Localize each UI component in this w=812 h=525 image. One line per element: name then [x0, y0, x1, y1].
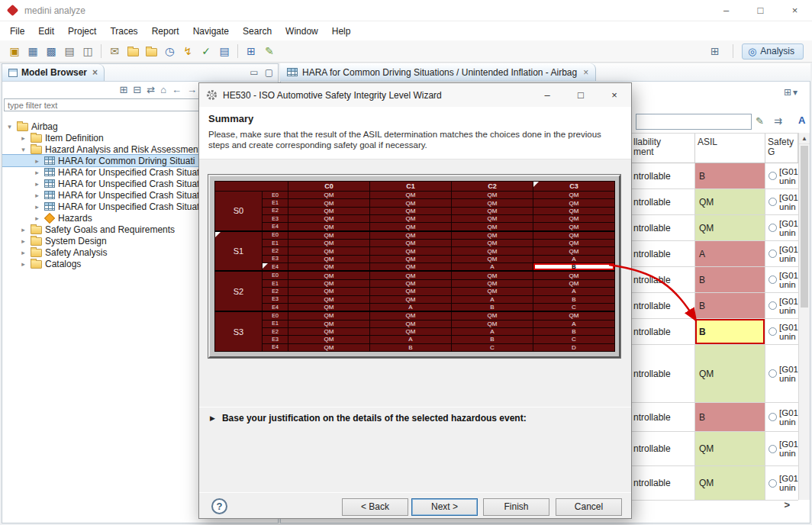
asil-matrix-cell[interactable]: A: [370, 336, 452, 343]
asil-matrix-cell[interactable]: B: [533, 263, 615, 272]
matrix-severity-s0[interactable]: S0: [215, 192, 263, 231]
safety-goal-cell[interactable]: [G01unin: [765, 163, 798, 188]
column-header-controllability[interactable]: llability ment: [631, 134, 695, 163]
matrix-col-header-c0[interactable]: C0: [288, 182, 370, 192]
chevron-collapsed-icon[interactable]: ▸: [19, 237, 27, 245]
matrix-col-header-c3[interactable]: C3: [533, 182, 615, 192]
table-row[interactable]: ntrollableB[G01unin: [631, 293, 798, 319]
safety-goal-cell[interactable]: [G01unin: [765, 215, 798, 240]
safety-goal-cell[interactable]: [G01unin: [765, 345, 798, 402]
asil-matrix-cell[interactable]: QM: [370, 271, 452, 279]
asil-matrix-cell[interactable]: QM: [288, 240, 370, 247]
asil-matrix-cell[interactable]: QM: [288, 279, 370, 287]
chevron-collapsed-icon[interactable]: ▸: [33, 169, 41, 176]
menu-item-help[interactable]: Help: [325, 24, 358, 39]
asil-matrix-cell[interactable]: B: [370, 343, 452, 351]
asil-matrix-cell[interactable]: QM: [452, 255, 533, 262]
tab-hara-editor[interactable]: HARA for Common Driving Situations / Uni…: [280, 63, 596, 81]
matrix-exposure-e3[interactable]: E3: [263, 295, 288, 303]
asil-matrix-cell[interactable]: QM: [370, 207, 452, 214]
asil-matrix-cell[interactable]: QM: [370, 192, 452, 199]
menu-item-navigate[interactable]: Navigate: [186, 24, 236, 39]
dialog-close-button[interactable]: ×: [598, 83, 631, 107]
asil-matrix-cell[interactable]: B: [533, 295, 615, 303]
asil-matrix-cell[interactable]: QM: [370, 231, 452, 240]
chevron-collapsed-icon[interactable]: ▸: [19, 134, 27, 142]
asil-matrix-cell[interactable]: QM: [452, 271, 533, 279]
chevron-collapsed-icon[interactable]: ▸: [33, 157, 41, 165]
column-header-asil[interactable]: ASIL: [695, 134, 765, 163]
asil-matrix-cell[interactable]: B: [452, 303, 533, 311]
safety-goal-cell[interactable]: [G01unin: [765, 189, 798, 214]
asil-matrix-cell[interactable]: QM: [452, 207, 533, 214]
asil-cell[interactable]: B: [695, 163, 765, 188]
hara-filter-input[interactable]: [636, 114, 752, 130]
view-menu[interactable]: ⊞ ▾: [784, 87, 798, 98]
asil-matrix-cell[interactable]: QM: [288, 255, 370, 262]
menu-item-traces[interactable]: Traces: [103, 24, 144, 39]
matrix-exposure-e0[interactable]: E0: [263, 192, 288, 199]
asil-cell[interactable]: QM: [695, 189, 765, 214]
chevron-collapsed-icon[interactable]: ▸: [33, 180, 41, 188]
asil-matrix-cell[interactable]: A: [533, 255, 615, 262]
matrix-exposure-e1[interactable]: E1: [263, 279, 288, 287]
asil-matrix-cell[interactable]: B: [452, 336, 533, 343]
asil-matrix-cell[interactable]: QM: [533, 231, 615, 240]
maximize-view-icon[interactable]: ▢: [265, 67, 273, 78]
open-editor-icon[interactable]: ◫: [79, 43, 96, 60]
safety-goal-cell[interactable]: [G01unin: [765, 319, 798, 344]
matrix-exposure-e3[interactable]: E3: [263, 215, 288, 223]
asil-matrix-cell[interactable]: QM: [452, 288, 533, 295]
cancel-button[interactable]: Cancel: [556, 498, 622, 516]
asil-matrix-cell[interactable]: QM: [533, 207, 615, 214]
safety-goal-cell[interactable]: [G01unin: [765, 293, 798, 318]
asil-cell[interactable]: B: [695, 267, 765, 292]
asil-cell[interactable]: QM: [695, 215, 765, 240]
asil-matrix-cell[interactable]: QM: [452, 247, 533, 255]
safety-goal-cell[interactable]: [G01unin: [765, 267, 798, 292]
link-with-editor-icon[interactable]: ⇄: [147, 84, 155, 95]
table-row[interactable]: ntrollableQM[G01unin: [631, 215, 798, 241]
asil-matrix-cell[interactable]: QM: [370, 199, 452, 207]
chevron-collapsed-icon[interactable]: ▸: [19, 260, 27, 268]
chevron-collapsed-icon[interactable]: ▸: [33, 192, 41, 199]
open-perspective-icon[interactable]: ⊞: [707, 43, 723, 60]
chevron-collapsed-icon[interactable]: ▸: [33, 203, 41, 211]
checklist-icon[interactable]: ✓: [198, 43, 214, 60]
asil-matrix-cell[interactable]: QM: [288, 311, 370, 320]
menu-item-report[interactable]: Report: [145, 24, 186, 39]
matrix-exposure-e1[interactable]: E1: [263, 240, 288, 247]
asil-matrix-cell[interactable]: C: [533, 303, 615, 311]
matrix-exposure-e0[interactable]: E0: [263, 311, 288, 320]
asil-matrix-cell[interactable]: A: [533, 320, 615, 327]
finish-button[interactable]: Finish: [483, 498, 549, 516]
asil-matrix-cell[interactable]: A: [533, 288, 615, 295]
asil-matrix-cell[interactable]: QM: [452, 223, 533, 231]
back-icon[interactable]: ←: [172, 84, 182, 95]
configure-columns-icon[interactable]: ⇉: [774, 115, 782, 127]
menu-item-project[interactable]: Project: [61, 24, 103, 39]
matrix-exposure-e3[interactable]: E3: [263, 336, 288, 343]
asil-matrix-cell[interactable]: QM: [452, 199, 533, 207]
asil-matrix-cell[interactable]: QM: [288, 231, 370, 240]
asil-matrix-cell[interactable]: QM: [370, 223, 452, 231]
asil-matrix-cell[interactable]: QM: [288, 215, 370, 223]
minimize-view-icon[interactable]: ▭: [250, 67, 258, 78]
close-icon[interactable]: ×: [583, 67, 588, 78]
history-icon[interactable]: ◷: [161, 43, 178, 60]
column-header-safety-goal[interactable]: Safety G: [765, 134, 798, 163]
tab-model-browser[interactable]: Model Browser ×: [2, 64, 105, 81]
table-row[interactable]: ntrollableB[G01unin: [631, 163, 798, 189]
asil-cell[interactable]: B: [695, 403, 765, 431]
matrix-exposure-e4[interactable]: E4: [263, 303, 288, 311]
matrix-exposure-e1[interactable]: E1: [263, 320, 288, 327]
open-folder-icon[interactable]: [124, 43, 141, 60]
asil-matrix-cell[interactable]: QM: [288, 192, 370, 199]
matrix-exposure-e4[interactable]: E4: [263, 343, 288, 351]
table-row[interactable]: ntrollableA[G01unin: [631, 241, 798, 267]
asil-matrix-cell[interactable]: QM: [370, 311, 452, 320]
matrix-exposure-e2[interactable]: E2: [263, 288, 288, 295]
asil-matrix-cell[interactable]: QM: [370, 279, 452, 287]
asil-cell[interactable]: QM: [695, 466, 765, 500]
asil-matrix-cell[interactable]: QM: [288, 263, 370, 272]
